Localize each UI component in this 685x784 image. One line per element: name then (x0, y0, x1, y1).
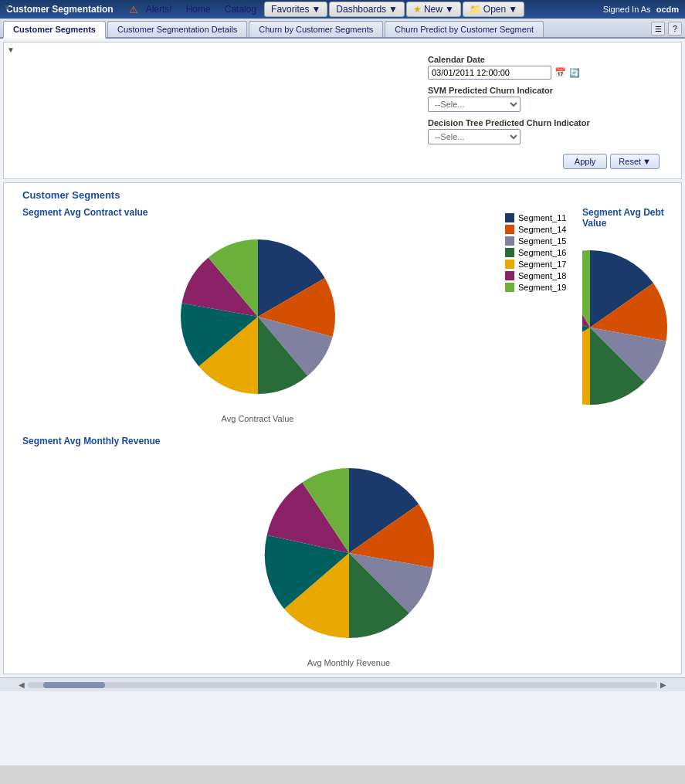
tab-churn-predict-by-customer-segment[interactable]: Churn Predict by Customer Segment (385, 21, 544, 37)
favorites-button[interactable]: Favorites ▼ (264, 2, 327, 17)
legend-item-segment14: Segment_14 (505, 225, 570, 234)
chart3-section: Segment Avg Monthly Revenue (22, 436, 675, 667)
calendar-date-filter: Calendar Date 📅 🔄 (428, 55, 660, 80)
decision-tree-select[interactable]: --Sele... (428, 129, 521, 144)
scroll-track[interactable] (28, 682, 657, 688)
tab-bar: Customer Segments Customer Segmentation … (0, 19, 685, 39)
calendar-refresh-icon[interactable]: 🔄 (569, 68, 580, 78)
tab-actions: ☰ ? (651, 22, 682, 37)
dashboards-button[interactable]: Dashboards ▼ (329, 2, 405, 17)
chevron-down-icon: ▼ (311, 4, 320, 15)
calendar-date-input[interactable] (428, 66, 551, 80)
legend-color-segment19 (505, 283, 514, 292)
signed-in-as-label: Signed In As ocdm (603, 5, 679, 14)
chart3-label: Avg Monthly Revenue (307, 658, 390, 667)
legend-label-segment16: Segment_16 (518, 248, 566, 257)
legend-item-segment11: Segment_11 (505, 213, 570, 222)
legend-color-segment17 (505, 260, 514, 269)
legend-item-segment15: Segment_15 (505, 236, 570, 246)
legend-item-segment18: Segment_18 (505, 271, 570, 280)
new-icon: ★ (413, 4, 422, 15)
chart1-container: Segment Avg Contract value (22, 207, 493, 423)
svm-select[interactable]: --Sele... (428, 97, 521, 112)
chart2-svg (582, 235, 675, 420)
charts-row-1: Segment Avg Contract value (22, 207, 675, 423)
decision-tree-label: Decision Tree Predicted Churn Indicator (428, 118, 660, 127)
chart3-container: Avg Monthly Revenue (22, 453, 675, 667)
legend-color-segment16 (505, 248, 514, 257)
legend-color-segment14 (505, 225, 514, 234)
chevron-down-icon: ▼ (508, 4, 517, 15)
reset-chevron-icon: ▼ (643, 157, 651, 166)
legend-color-segment15 (505, 236, 514, 246)
dashboard-content: Customer Segments Segment Avg Contract v… (10, 189, 675, 667)
chart3-svg (249, 453, 449, 653)
legend: Segment_11 Segment_14 Segment_15 Segment… (499, 207, 576, 298)
chart2-title: Segment Avg Debt Value (582, 207, 675, 229)
chart3-title: Segment Avg Monthly Revenue (22, 436, 675, 446)
svm-label: SVM Predicted Churn Indicator (428, 86, 660, 95)
decision-tree-filter: Decision Tree Predicted Churn Indicator … (428, 118, 660, 144)
legend-label-segment18: Segment_18 (518, 271, 566, 280)
legend-label-segment19: Segment_19 (518, 283, 566, 292)
scroll-thumb[interactable] (43, 682, 105, 688)
chart1-svg (165, 224, 351, 409)
filter-grid: Calendar Date 📅 🔄 SVM Predicted Churn In… (10, 49, 675, 151)
chart1-label: Avg Contract Value (222, 414, 294, 423)
reset-button[interactable]: Reset ▼ (610, 154, 660, 169)
alert-icon: ⚠ (129, 4, 138, 15)
legend-item-segment16: Segment_16 (505, 248, 570, 257)
legend-label-segment15: Segment_15 (518, 236, 566, 246)
title-bar: Customer Segmentation ⚠ Alerts! Home Cat… (0, 0, 685, 19)
dashboard-title: Customer Segments (22, 189, 675, 201)
legend-color-segment11 (505, 213, 514, 222)
new-button[interactable]: ★ New ▼ (406, 2, 461, 17)
folder-icon: 📁 (470, 4, 481, 15)
chart2-container: Segment Avg Debt Value (582, 207, 675, 420)
tab-customer-segmentation-details[interactable]: Customer Segmentation Details (107, 21, 247, 37)
calendar-icon[interactable]: 📅 (554, 67, 566, 78)
legend-label-segment14: Segment_14 (518, 225, 566, 234)
dashboard-section: ▼ Customer Segments Segment Avg Contract… (3, 182, 682, 674)
charts-row-2: Avg Monthly Revenue (22, 453, 675, 667)
tab-churn-by-customer-segments[interactable]: Churn by Customer Segments (249, 21, 383, 37)
catalog-link[interactable]: Catalog (219, 2, 263, 16)
scroll-right-arrow[interactable]: ▶ (657, 680, 670, 689)
legend-item-segment19: Segment_19 (505, 283, 570, 292)
main-content: ▼ Calendar Date 📅 🔄 SVM Predicted Churn … (0, 39, 685, 765)
filter-fields: Calendar Date 📅 🔄 SVM Predicted Churn In… (428, 55, 660, 144)
tab-customer-segments[interactable]: Customer Segments (3, 21, 106, 39)
tab-menu-icon[interactable]: ☰ (651, 22, 665, 36)
legend-color-segment18 (505, 271, 514, 280)
calendar-date-label: Calendar Date (428, 55, 660, 64)
apply-button[interactable]: Apply (563, 154, 608, 169)
tab-help-icon[interactable]: ? (668, 22, 682, 36)
legend-label-segment11: Segment_11 (518, 213, 566, 222)
alerts-link[interactable]: Alerts! (140, 2, 178, 16)
open-button[interactable]: 📁 Open ▼ (463, 2, 524, 17)
scroll-left-arrow[interactable]: ◀ (15, 680, 28, 689)
app-title: Customer Segmentation (6, 4, 114, 15)
chart1-title: Segment Avg Contract value (22, 207, 148, 218)
bottom-scrollbar[interactable]: ◀ ▶ (0, 677, 685, 691)
filter-section: ▼ Calendar Date 📅 🔄 SVM Predicted Churn … (3, 42, 682, 179)
chevron-down-icon: ▼ (445, 4, 454, 15)
home-link[interactable]: Home (180, 2, 217, 16)
filter-buttons: Apply Reset ▼ (10, 151, 675, 172)
collapse-filter-icon[interactable]: ▼ (7, 46, 15, 54)
svm-filter: SVM Predicted Churn Indicator --Sele... (428, 86, 660, 112)
calendar-date-input-row: 📅 🔄 (428, 66, 660, 80)
legend-label-segment17: Segment_17 (518, 260, 566, 269)
chevron-down-icon: ▼ (388, 4, 398, 15)
legend-item-segment17: Segment_17 (505, 260, 570, 269)
